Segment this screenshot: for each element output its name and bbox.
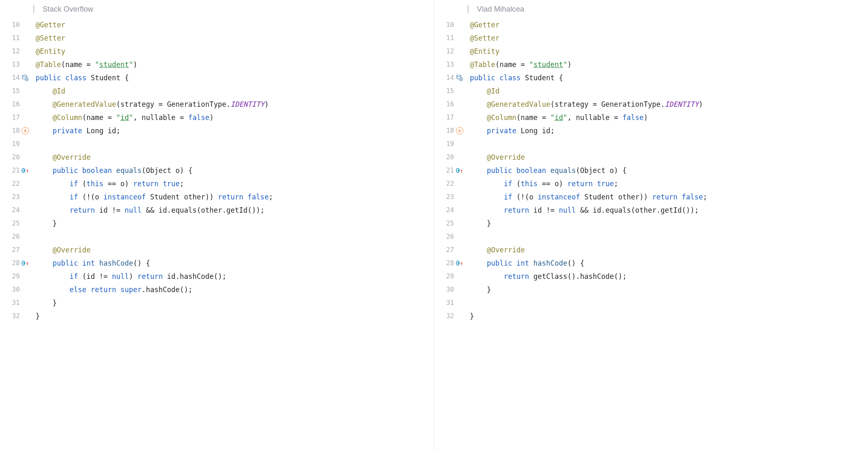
gutter[interactable]: 32 <box>0 309 33 323</box>
gutter[interactable]: 27 <box>434 243 468 257</box>
gutter[interactable]: 15 <box>0 84 33 98</box>
gutter[interactable]: 29 <box>434 270 468 283</box>
code-line[interactable]: 23 if (!(o instanceof Student other)) re… <box>0 190 434 204</box>
code-content[interactable]: } <box>468 309 868 323</box>
code-content[interactable]: @Id <box>468 84 868 98</box>
code-content[interactable]: if (!(o instanceof Student other)) retur… <box>33 190 434 204</box>
header-drag-handle-icon[interactable] <box>33 5 34 13</box>
code-line[interactable]: 30 } <box>434 283 868 296</box>
code-line[interactable]: 13@Table(name = "student") <box>0 58 434 71</box>
override-method-icon[interactable]: ↑ <box>456 167 463 174</box>
code-line[interactable]: 11@Setter <box>0 31 434 45</box>
code-line[interactable]: 22 if (this == o) return true; <box>434 177 868 190</box>
gutter[interactable]: 26 <box>434 230 468 243</box>
code-content[interactable]: } <box>33 217 434 230</box>
code-content[interactable]: @Getter <box>468 18 868 31</box>
code-line[interactable]: 31 <box>434 296 868 309</box>
code-line[interactable]: 18a private Long id; <box>0 124 434 137</box>
code-line[interactable]: 30 else return super.hashCode(); <box>0 283 434 296</box>
code-line[interactable]: 26 <box>434 230 868 243</box>
gutter[interactable]: 31 <box>434 296 468 309</box>
gutter[interactable]: 20 <box>434 151 468 164</box>
code-line[interactable]: 13@Table(name = "student") <box>434 58 868 71</box>
code-line[interactable]: 14public class Student { <box>434 71 868 84</box>
gutter[interactable]: 23 <box>434 190 468 204</box>
code-line[interactable]: 16 @GeneratedValue(strategy = Generation… <box>0 98 434 111</box>
code-content[interactable]: @Table(name = "student") <box>33 58 434 71</box>
code-line[interactable]: 27 @Override <box>434 243 868 257</box>
gutter[interactable]: 18a <box>0 124 33 137</box>
code-content[interactable]: public class Student { <box>468 71 868 84</box>
gutter[interactable]: 24 <box>0 204 33 217</box>
code-line[interactable]: 23 if (!(o instanceof Student other)) re… <box>434 190 868 204</box>
gutter[interactable]: 21↑ <box>434 164 468 177</box>
code-content[interactable]: } <box>468 283 868 296</box>
code-line[interactable]: 29 if (id != null) return id.hashCode(); <box>0 270 434 283</box>
gutter[interactable]: 11 <box>0 31 33 45</box>
code-line[interactable]: 14public class Student { <box>0 71 434 84</box>
code-content[interactable]: public class Student { <box>33 71 434 84</box>
gutter[interactable]: 12 <box>0 45 33 58</box>
code-content[interactable]: if (this == o) return true; <box>468 177 868 190</box>
gutter[interactable]: 13 <box>0 58 33 71</box>
gutter[interactable]: 27 <box>0 243 33 257</box>
code-line[interactable]: 28↑ public int hashCode() { <box>434 257 868 270</box>
gutter[interactable]: 17 <box>0 111 33 124</box>
code-line[interactable]: 25 } <box>434 217 868 230</box>
code-line[interactable]: 19 <box>434 137 868 151</box>
code-content[interactable]: @GeneratedValue(strategy = GenerationTyp… <box>468 98 868 111</box>
gutter[interactable]: 16 <box>0 98 33 111</box>
gutter[interactable]: 25 <box>434 217 468 230</box>
code-content[interactable]: private Long id; <box>33 124 434 137</box>
code-content[interactable]: return getClass().hashCode(); <box>468 270 868 283</box>
right-pane-header[interactable]: Vlad Mihalcea <box>434 0 868 17</box>
code-content[interactable]: public int hashCode() { <box>33 257 434 270</box>
gutter[interactable]: 18a <box>434 124 468 137</box>
code-content[interactable]: public boolean equals(Object o) { <box>33 164 434 177</box>
code-line[interactable]: 25 } <box>0 217 434 230</box>
gutter[interactable]: 22 <box>434 177 468 190</box>
gutter[interactable]: 28↑ <box>434 257 468 270</box>
gutter[interactable]: 14 <box>0 71 33 84</box>
code-line[interactable]: 20 @Override <box>434 151 868 164</box>
code-line[interactable]: 12@Entity <box>0 45 434 58</box>
code-content[interactable]: @Override <box>468 151 868 164</box>
gutter[interactable]: 23 <box>0 190 33 204</box>
code-line[interactable]: 32} <box>0 309 434 323</box>
code-content[interactable]: @Entity <box>468 45 868 58</box>
code-line[interactable]: 15 @Id <box>434 84 868 98</box>
gutter[interactable]: 25 <box>0 217 33 230</box>
code-line[interactable]: 31 } <box>0 296 434 309</box>
code-content[interactable]: @GeneratedValue(strategy = GenerationTyp… <box>33 98 434 111</box>
gutter[interactable]: 30 <box>434 283 468 296</box>
override-method-icon[interactable]: ↑ <box>22 259 29 267</box>
gutter[interactable]: 16 <box>434 98 468 111</box>
gutter[interactable]: 24 <box>434 204 468 217</box>
gutter[interactable]: 12 <box>434 45 468 58</box>
code-line[interactable]: 24 return id != null && id.equals(other.… <box>0 204 434 217</box>
gutter[interactable]: 13 <box>434 58 468 71</box>
code-line[interactable]: 17 @Column(name = "id", nullable = false… <box>0 111 434 124</box>
jpa-attribute-icon[interactable]: a <box>456 127 463 134</box>
code-content[interactable]: } <box>33 296 434 309</box>
code-content[interactable]: } <box>33 309 434 323</box>
gutter[interactable]: 30 <box>0 283 33 296</box>
code-content[interactable]: } <box>468 217 868 230</box>
code-content[interactable]: @Override <box>33 243 434 257</box>
code-line[interactable]: 17 @Column(name = "id", nullable = false… <box>434 111 868 124</box>
gutter[interactable]: 32 <box>434 309 468 323</box>
code-line[interactable]: 12@Entity <box>434 45 868 58</box>
code-content[interactable]: public boolean equals(Object o) { <box>468 164 868 177</box>
code-line[interactable]: 28↑ public int hashCode() { <box>0 257 434 270</box>
code-line[interactable]: 27 @Override <box>0 243 434 257</box>
code-content[interactable]: @Setter <box>468 31 868 45</box>
gutter[interactable]: 28↑ <box>0 257 33 270</box>
code-content[interactable]: if (!(o instanceof Student other)) retur… <box>468 190 868 204</box>
code-content[interactable]: @Column(name = "id", nullable = false) <box>33 111 434 124</box>
left-pane-header[interactable]: Stack Overflow <box>0 0 434 17</box>
gutter[interactable]: 22 <box>0 177 33 190</box>
code-line[interactable]: 19 <box>0 137 434 151</box>
code-line[interactable]: 20 @Override <box>0 151 434 164</box>
code-line[interactable]: 15 @Id <box>0 84 434 98</box>
code-content[interactable]: else return super.hashCode(); <box>33 283 434 296</box>
